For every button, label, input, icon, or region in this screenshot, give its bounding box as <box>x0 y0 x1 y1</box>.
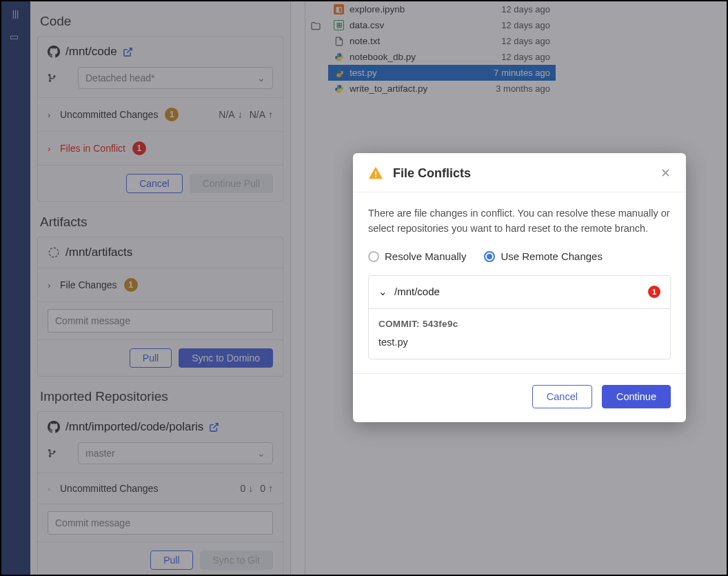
modal-description: There are file changes in conflict. You … <box>368 206 671 237</box>
conflict-repo-path: /mnt/code <box>394 284 440 300</box>
radio-manual-label: Resolve Manually <box>385 249 466 265</box>
conflict-file: test.py <box>378 335 660 350</box>
chevron-down-icon: ⌄ <box>378 284 387 300</box>
modal-title: File Conflicts <box>393 166 471 181</box>
commit-hash-label: COMMIT: 543fe9c <box>378 317 660 331</box>
conflict-repo-badge: 1 <box>648 286 660 298</box>
radio-icon <box>484 251 495 262</box>
modal-footer: Cancel Continue <box>353 373 686 422</box>
modal-cancel-button[interactable]: Cancel <box>532 385 592 408</box>
radio-use-remote[interactable]: Use Remote Changes <box>484 249 603 265</box>
warning-icon <box>368 166 383 181</box>
modal-continue-button[interactable]: Continue <box>602 385 671 408</box>
conflict-repo-body: COMMIT: 543fe9c test.py <box>369 308 670 359</box>
radio-remote-label: Use Remote Changes <box>501 249 603 265</box>
conflict-repo-head[interactable]: ⌄ /mnt/code 1 <box>369 276 670 308</box>
radio-group: Resolve Manually Use Remote Changes <box>368 249 671 265</box>
file-conflicts-modal: File Conflicts ✕ There are file changes … <box>353 153 686 422</box>
modal-header: File Conflicts ✕ <box>353 153 686 192</box>
close-icon[interactable]: ✕ <box>660 166 671 181</box>
radio-resolve-manually[interactable]: Resolve Manually <box>368 249 466 265</box>
svg-rect-4 <box>375 176 376 177</box>
svg-rect-3 <box>375 171 376 175</box>
conflict-repo-box: ⌄ /mnt/code 1 COMMIT: 543fe9c test.py <box>368 275 671 359</box>
modal-body: There are file changes in conflict. You … <box>353 192 686 373</box>
radio-icon <box>368 251 379 262</box>
